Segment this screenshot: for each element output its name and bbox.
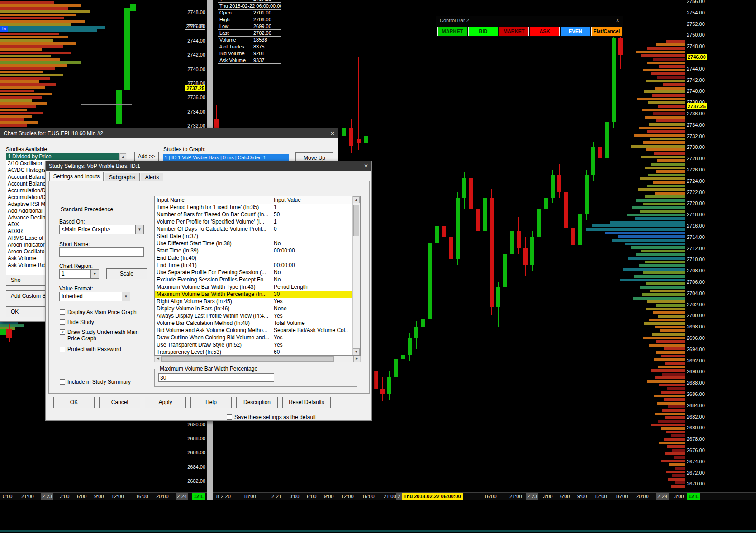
chart-region-dropdown[interactable]: 1 ▼	[59, 269, 99, 279]
tab-settings-and-inputs[interactable]: Settings and Inputs	[49, 172, 104, 181]
input-row[interactable]: Bid Volume and Ask Volume Coloring Metho…	[155, 327, 352, 334]
tool-values-value: 9337	[252, 57, 281, 64]
scroll-down-icon[interactable]: ▼	[353, 348, 360, 355]
apply-button[interactable]: Apply	[145, 397, 186, 408]
input-row[interactable]: Use Separate Profile For Evening Session…	[155, 269, 352, 276]
input-value-cell: Yes	[271, 342, 352, 349]
price-label: 2688.00	[187, 435, 205, 442]
reset-defaults-button[interactable]: Reset Defaults	[282, 397, 331, 408]
ok-button[interactable]: OK	[6, 306, 46, 317]
checkbox-draw-study-underneath-main-price-graph[interactable]: ✓Draw Study Underneath Main Price Graph	[60, 329, 146, 342]
scale-button[interactable]: Scale	[106, 268, 147, 279]
horizontal-scrollbar[interactable]: ◄ ►	[154, 356, 361, 362]
ask-button[interactable]: ASK	[530, 27, 560, 36]
checkbox-protect-with-password[interactable]: Protect with Password	[60, 346, 121, 352]
time-axis-label: 12:00	[594, 493, 607, 500]
scroll-left-icon[interactable]: ◄	[155, 356, 162, 362]
price-label: 2724.00	[687, 178, 705, 184]
flat-cancel-button[interactable]: Flat/Cancel	[591, 27, 622, 36]
input-row[interactable]: Volume Bar Calculation Method (In:48)Tot…	[155, 320, 352, 327]
input-row[interactable]: Maximum Volume Bar Width Percentage (In.…	[155, 291, 352, 298]
input-row[interactable]: Volume Per Profile for 'Specified Volume…	[155, 219, 352, 226]
market-sell-button[interactable]: MARKET	[499, 27, 529, 36]
left-time-axis[interactable]: 0:0021:002-233:006:009:0012:0016:0020:00…	[0, 492, 207, 500]
bid-button[interactable]: BID	[468, 27, 498, 36]
input-row[interactable]: Start Date (In:37)	[155, 233, 352, 240]
scrollbar-thumb[interactable]	[353, 205, 359, 236]
checkbox-hide-study[interactable]: Hide Study	[60, 319, 94, 325]
right-price-scale[interactable]: 2756.002754.002752.002750.002748.002746.…	[686, 0, 722, 492]
scrollbar-thumb[interactable]	[162, 356, 334, 362]
checkbox-display-as-main-price-graph[interactable]: Display As Main Price Graph	[60, 309, 137, 315]
time-axis-label: 21:00	[384, 493, 396, 500]
input-value-cell: 1	[271, 219, 352, 226]
checkbox-save-these-settings-as-the-default[interactable]: Save these settings as the default	[227, 414, 316, 420]
cancel-button[interactable]: Cancel	[99, 397, 140, 408]
tab-subgraphs[interactable]: Subgraphs	[105, 173, 140, 181]
input-row[interactable]: Use Transparent Draw Style (In:52)Yes	[155, 342, 352, 349]
checkbox-include-in-study-summary[interactable]: Include in Study Summary	[60, 379, 131, 385]
input-row[interactable]: Right Align Volume Bars (In:45)Yes	[155, 298, 352, 305]
chevron-down-icon[interactable]: ▼	[135, 225, 143, 234]
input-value-cell: Yes	[271, 334, 352, 342]
input-row[interactable]: Maximum Volume Bar Width Type (In:43)Per…	[155, 284, 352, 291]
value-format-value: Inherited	[62, 293, 83, 300]
vertical-scrollbar[interactable]: ▲ ▼	[352, 196, 360, 355]
selected-input-value-field[interactable]	[158, 373, 274, 382]
input-row[interactable]: End Date (In:40)	[155, 255, 352, 262]
input-row[interactable]: Draw Outline When Coloring Bid Volume an…	[155, 334, 352, 342]
chevron-down-icon[interactable]: ▼	[122, 292, 130, 301]
close-icon[interactable]: ✕	[330, 128, 335, 138]
input-row[interactable]: Exclude Evening Session Profiles Except …	[155, 276, 352, 284]
help-button[interactable]: Help	[190, 397, 232, 408]
value-format-dropdown[interactable]: Inherited ▼	[59, 292, 130, 301]
price-label: 2718.00	[687, 211, 705, 218]
time-axis-label: 2	[396, 493, 402, 500]
input-row[interactable]: Use Different Start Time (In:38)No	[155, 240, 352, 247]
close-icon[interactable]: ✕	[364, 161, 368, 171]
chart-studies-titlebar[interactable]: Chart Studies for: F.US.EPH18 60 Min #2 …	[0, 128, 338, 138]
price-label: 2690.00	[187, 421, 205, 428]
study-settings-titlebar[interactable]: Study Settings: VbP Visible Bars. ID:1 ✕	[46, 161, 371, 171]
add-study-button[interactable]: Add >>	[134, 152, 159, 162]
price-label: 2698.00	[687, 324, 705, 330]
study-settings-title: Study Settings: VbP Visible Bars. ID:1	[49, 163, 140, 169]
price-label: 2710.00	[687, 256, 705, 262]
scroll-up-icon[interactable]: ▲	[353, 196, 360, 203]
checkbox-label: Protect with Password	[67, 346, 121, 352]
input-row[interactable]: Number Of Days To Calculate Volume Profi…	[155, 226, 352, 233]
price-label: 2736.00	[187, 94, 205, 100]
even-button[interactable]: EVEN	[561, 27, 590, 36]
input-row[interactable]: Number of Bars for 'Based On Bar Count' …	[155, 211, 352, 219]
time-axis-label: 3:00	[543, 493, 552, 500]
scroll-up-icon[interactable]: ▲	[120, 153, 126, 160]
input-row[interactable]: Start Time (In:39)00:00:00	[155, 247, 352, 255]
price-label: 2728.00	[687, 155, 705, 162]
market-buy-button[interactable]: MARKET	[437, 27, 467, 36]
checkbox-label: Display As Main Price Graph	[67, 309, 137, 315]
close-icon[interactable]: x	[617, 17, 619, 23]
scroll-right-icon[interactable]: ►	[353, 356, 360, 362]
tool-values-label: Open	[218, 9, 252, 16]
time-axis-label: 2-24	[656, 493, 669, 500]
chevron-down-icon[interactable]: ▼	[90, 270, 99, 278]
input-row[interactable]: Always Display Last Profile Within View …	[155, 313, 352, 320]
input-row[interactable]: End Time (In:41)00:00:00	[155, 262, 352, 269]
input-row[interactable]: Transparency Level (In:53)60	[155, 349, 352, 356]
tab-alerts[interactable]: Alerts	[141, 173, 163, 181]
input-name-cell: End Time (In:41)	[155, 262, 271, 269]
time-axis-label: 21:00	[21, 493, 34, 500]
input-value-cell: Total Volume	[271, 320, 352, 327]
input-name-cell: Time Period Length for 'Fixed Time' (In:…	[155, 204, 271, 211]
input-row[interactable]: Time Period Length for 'Fixed Time' (In:…	[155, 204, 352, 211]
description-button[interactable]: Description	[236, 397, 278, 408]
based-on-dropdown[interactable]: <Main Price Graph> ▼	[59, 225, 144, 234]
price-label: 2682.00	[687, 414, 705, 420]
input-row[interactable]: Display Volume in Bars (In:46)None	[155, 305, 352, 313]
right-time-axis[interactable]: 8-2-2018:002-213:006:009:0012:0016:0021:…	[213, 492, 756, 500]
time-axis-label: 20:00	[156, 493, 169, 500]
short-name-input[interactable]	[59, 247, 144, 257]
study-list-item[interactable]: 1 Divided by Price	[6, 153, 119, 160]
ok-button[interactable]: OK	[53, 397, 95, 408]
time-axis-label: 9:00	[324, 493, 333, 500]
